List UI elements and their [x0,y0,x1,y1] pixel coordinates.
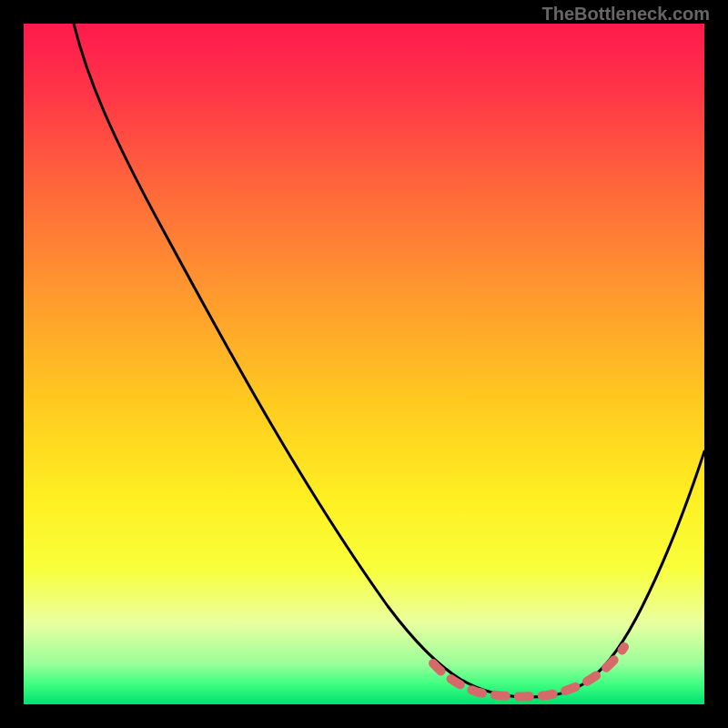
gradient-background [24,24,704,704]
watermark-text: TheBottleneck.com [542,4,710,25]
chart-container: TheBottleneck.com [0,0,728,728]
plot-area [24,24,704,704]
chart-svg [24,24,704,704]
